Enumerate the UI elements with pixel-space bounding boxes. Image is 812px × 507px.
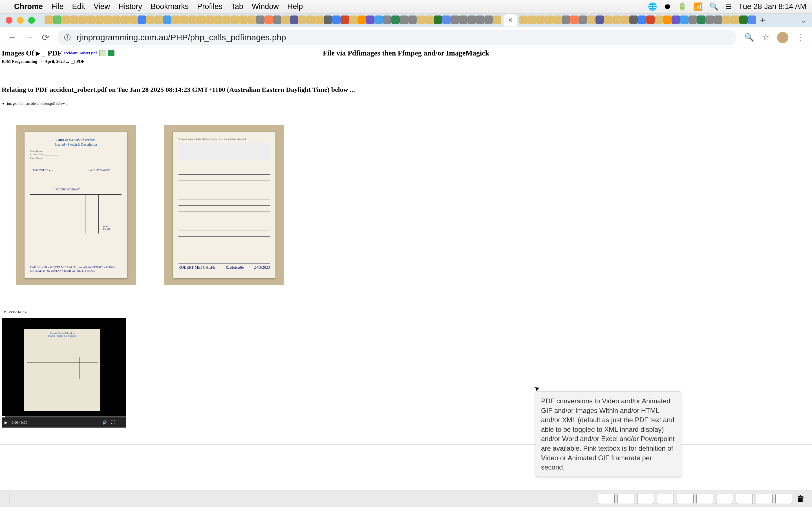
- menubar-datetime[interactable]: Tue 28 Jan 8:14 AM: [739, 2, 806, 11]
- background-tab[interactable]: [739, 15, 748, 24]
- menu-edit[interactable]: Edit: [72, 2, 86, 11]
- extracted-image-1[interactable]: Auto & General Services Insured - Sketch…: [16, 125, 136, 285]
- background-tab[interactable]: [417, 15, 425, 24]
- background-tab[interactable]: [290, 15, 298, 24]
- background-tab[interactable]: [714, 15, 722, 24]
- close-window-button[interactable]: [6, 17, 12, 24]
- pdf-checkbox[interactable]: [71, 60, 75, 64]
- reload-button[interactable]: ⟳: [42, 32, 49, 43]
- wifi-icon[interactable]: 📶: [694, 2, 703, 11]
- background-tab[interactable]: [188, 15, 197, 24]
- background-tab[interactable]: [434, 15, 442, 24]
- video-details-toggle[interactable]: ▼ Video below ...: [2, 307, 810, 317]
- new-tab-button[interactable]: +: [760, 15, 765, 25]
- back-button[interactable]: ←: [8, 32, 17, 43]
- background-tab[interactable]: [587, 15, 596, 24]
- play-icon[interactable]: ▶: [36, 50, 40, 57]
- background-tab[interactable]: [307, 15, 315, 24]
- minimized-window[interactable]: [657, 494, 674, 504]
- background-tab[interactable]: [298, 15, 307, 24]
- background-tab[interactable]: [425, 15, 434, 24]
- background-tab[interactable]: [689, 15, 697, 24]
- background-tab[interactable]: [553, 15, 562, 24]
- minimized-window[interactable]: [677, 494, 694, 504]
- minimized-window[interactable]: [637, 494, 654, 504]
- volume-icon[interactable]: 🔊: [102, 420, 107, 425]
- screenrec-icon[interactable]: ⏺: [664, 2, 671, 11]
- minimized-window[interactable]: [716, 494, 733, 504]
- trash-icon[interactable]: 🗑: [795, 493, 806, 504]
- background-tab[interactable]: [722, 15, 731, 24]
- background-tab[interactable]: [391, 15, 400, 24]
- background-tab[interactable]: [357, 15, 366, 24]
- fullscreen-window-button[interactable]: [28, 17, 35, 24]
- background-tab[interactable]: [282, 15, 290, 24]
- menu-tab[interactable]: Tab: [231, 2, 243, 11]
- background-tab[interactable]: [467, 15, 476, 24]
- background-tab[interactable]: [180, 15, 188, 24]
- background-tab[interactable]: [476, 15, 485, 24]
- pdf-filename-link[interactable]: accident_robert.pdf: [63, 51, 97, 55]
- background-tab[interactable]: [121, 15, 129, 24]
- background-tab[interactable]: [53, 15, 61, 24]
- background-tab[interactable]: [672, 15, 680, 24]
- background-tab[interactable]: [205, 15, 214, 24]
- background-tab[interactable]: [545, 15, 553, 24]
- background-tab[interactable]: [273, 15, 282, 24]
- address-bar[interactable]: ⓘ rjmprogramming.com.au/PHP/php_calls_pd…: [57, 30, 737, 45]
- minimized-window[interactable]: [617, 494, 635, 504]
- close-tab-icon[interactable]: ✕: [508, 17, 513, 24]
- background-tab[interactable]: [485, 15, 493, 24]
- minimized-window[interactable]: [696, 494, 713, 504]
- background-tab[interactable]: [222, 15, 231, 24]
- background-tab[interactable]: [493, 15, 501, 24]
- background-tab[interactable]: [451, 15, 459, 24]
- background-tab[interactable]: [596, 15, 604, 24]
- background-tab[interactable]: [163, 15, 171, 24]
- background-tab[interactable]: [146, 15, 154, 24]
- background-tab[interactable]: [459, 15, 467, 24]
- background-tab[interactable]: [629, 15, 638, 24]
- background-tab[interactable]: [442, 15, 451, 24]
- minimized-window[interactable]: [736, 494, 753, 504]
- menu-history[interactable]: History: [118, 2, 142, 11]
- background-tab[interactable]: [341, 15, 349, 24]
- background-tab[interactable]: [214, 15, 222, 24]
- background-tab[interactable]: [95, 15, 104, 24]
- menu-file[interactable]: File: [51, 2, 64, 11]
- background-tab[interactable]: [129, 15, 138, 24]
- menu-bookmarks[interactable]: Bookmarks: [151, 2, 189, 11]
- background-tab[interactable]: [104, 15, 112, 24]
- background-tab[interactable]: [646, 15, 655, 24]
- battery-icon[interactable]: 🔋: [678, 2, 687, 11]
- background-tab[interactable]: [197, 15, 205, 24]
- background-tab[interactable]: [612, 15, 621, 24]
- background-tab[interactable]: [536, 15, 545, 24]
- control-center-icon[interactable]: ☰: [725, 2, 732, 11]
- background-tab[interactable]: [112, 15, 121, 24]
- video-player[interactable]: Auto & General Services Insured - Sketch…: [2, 318, 126, 428]
- chrome-menu-icon[interactable]: ⋮: [796, 33, 804, 42]
- background-tab[interactable]: [663, 15, 672, 24]
- background-tab[interactable]: [231, 15, 239, 24]
- profile-avatar[interactable]: [777, 32, 788, 43]
- background-tab[interactable]: [655, 15, 663, 24]
- minimize-window-button[interactable]: [17, 17, 24, 24]
- background-tab[interactable]: [748, 15, 756, 24]
- minimized-window[interactable]: [598, 494, 615, 504]
- background-tab[interactable]: [680, 15, 689, 24]
- background-tab[interactable]: [79, 15, 87, 24]
- background-tab[interactable]: [61, 15, 70, 24]
- background-tab[interactable]: [621, 15, 629, 24]
- site-info-icon[interactable]: ⓘ: [64, 33, 71, 42]
- background-tab[interactable]: [519, 15, 528, 24]
- background-tab[interactable]: [332, 15, 341, 24]
- background-tab[interactable]: [731, 15, 739, 24]
- colorbox-green[interactable]: [108, 50, 114, 56]
- background-tab[interactable]: [604, 15, 612, 24]
- background-tab[interactable]: [256, 15, 264, 24]
- minimized-window[interactable]: [756, 494, 772, 504]
- background-tab[interactable]: [705, 15, 714, 24]
- menu-help[interactable]: Help: [287, 2, 303, 11]
- background-tab[interactable]: [697, 15, 705, 24]
